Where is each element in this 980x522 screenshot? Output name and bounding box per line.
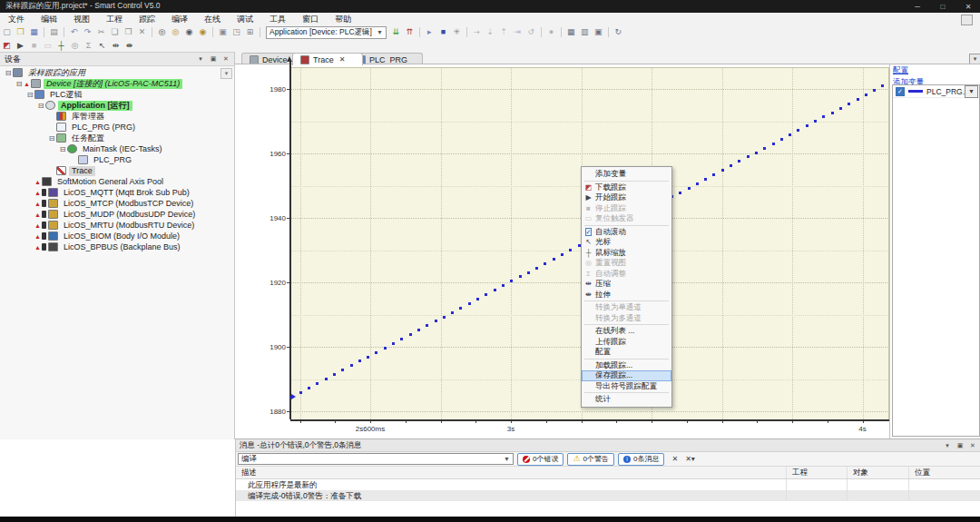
mouse-zoom-icon[interactable]: ◎ [68, 40, 82, 52]
logout-icon[interactable]: ⇈ [403, 26, 416, 38]
menu-online-list[interactable]: 在线列表 ... [582, 326, 671, 337]
errors-filter-button[interactable]: 0个错误 [517, 453, 564, 466]
new-file-icon[interactable]: ▢ [0, 26, 14, 38]
menu-load-trace[interactable]: 加载跟踪... [582, 360, 671, 371]
stop-trace-icon[interactable]: ■ [27, 40, 41, 52]
menu-configuration[interactable]: 配置 [582, 347, 671, 358]
message-row[interactable]: 此应用程序是最新的 [236, 479, 980, 490]
replace-icon[interactable]: ◉ [196, 26, 210, 38]
menu-auto-scroll[interactable]: ✓自动滚动 [582, 227, 671, 238]
column-header-4[interactable]: 位置 [915, 467, 930, 478]
menu-2[interactable]: 编辑 [33, 13, 65, 25]
tree-scroll-up-icon[interactable]: ▾ [220, 68, 232, 79]
tree-item-licos-biom[interactable]: ▲LicOS_BIOM (Body I/O Module) [0, 231, 234, 241]
tab-trace[interactable]: Trace✕ [292, 53, 363, 65]
minimize-button[interactable]: ─ [911, 3, 924, 11]
menu-7[interactable]: 在线 [196, 13, 229, 25]
expander-icon[interactable]: ⊟ [4, 69, 13, 77]
single-cycle-icon[interactable]: ✳ [450, 26, 464, 38]
delete-icon[interactable]: ✕ [135, 26, 149, 38]
expander-icon[interactable]: ⊟ [25, 91, 34, 99]
menu-cursor[interactable]: ↖光标 [582, 237, 671, 248]
tree-item-application[interactable]: ⊟Application [运行] [0, 100, 234, 111]
expander-icon[interactable]: ⊟ [47, 134, 56, 143]
messages-filter-button[interactable]: i 0条消息 [618, 453, 664, 466]
panel-dropdown-icon[interactable]: ▾ [196, 55, 205, 63]
download-trace-icon[interactable]: ◩ [0, 40, 14, 52]
reset-icon[interactable]: ↺ [524, 26, 538, 38]
copy-icon[interactable]: ❏ [108, 26, 122, 38]
menubar-extra-icon[interactable] [961, 15, 973, 25]
tree-item-task-config[interactable]: ⊟任务配置 [0, 133, 234, 143]
panel-close-icon[interactable]: ✕ [221, 55, 230, 63]
login-icon[interactable]: ⇊ [389, 26, 403, 38]
application-selector[interactable]: Application [Device: PLC逻辑]▼ [266, 26, 387, 39]
tree-item-licos-mqtt[interactable]: ▲LicOS_MQTT (Mqtt Brok Sub Pub) [0, 187, 234, 198]
run-to-cursor-icon[interactable]: ⇥ [511, 26, 524, 38]
simulation-icon[interactable]: ▣ [592, 26, 605, 38]
expander-icon[interactable]: ⊟ [15, 80, 24, 88]
menu-start-trace[interactable]: ▶开始跟踪 [582, 192, 671, 203]
find-in-project-icon[interactable]: ◉ [182, 26, 196, 38]
tree-item-device[interactable]: ⊟▲Device [连接的] (LicOS-PAC-MC511) [0, 78, 234, 89]
cut-icon[interactable]: ✂ [94, 26, 108, 38]
tree-item-plc-prg[interactable]: PLC_PRG (PRG) [0, 122, 234, 133]
menu-add-variable[interactable]: 添加变量 [582, 169, 671, 180]
panel-close-icon[interactable]: ✕ [968, 442, 977, 449]
maximize-button[interactable]: □ [936, 3, 949, 11]
start-icon[interactable]: ▸ [423, 26, 436, 38]
online-config-icon[interactable]: ▦ [564, 26, 578, 38]
expander-icon[interactable]: ⊟ [58, 145, 67, 153]
menu-4[interactable]: 工程 [98, 13, 131, 25]
panel-pin-icon[interactable]: ▣ [956, 442, 965, 449]
step-into-icon[interactable]: ⇣ [484, 26, 497, 38]
panel-pin-icon[interactable]: ▣ [209, 55, 218, 63]
tree-item-library-manager[interactable]: 库管理器 [0, 111, 234, 122]
menu-10[interactable]: 窗口 [294, 13, 327, 25]
expander-icon[interactable]: ⊟ [36, 102, 45, 110]
tree-item-trace[interactable]: Trace [0, 165, 234, 176]
clear-messages-icon[interactable]: ✕ [671, 455, 678, 463]
undo-icon[interactable]: ↶ [67, 26, 81, 38]
trace-config-link[interactable]: 配置 [893, 65, 980, 76]
tab-close-icon[interactable]: ✕ [339, 55, 346, 64]
menu-8[interactable]: 调试 [229, 13, 261, 25]
tree-item-maintask[interactable]: ⊟MainTask (IEC-Tasks) [0, 143, 234, 154]
step-out-icon[interactable]: ⇡ [497, 26, 511, 38]
project-settings-icon[interactable]: ⊞ [243, 26, 257, 38]
compress-icon[interactable]: ⇹ [109, 40, 122, 52]
reset-trigger-icon[interactable]: ▭ [41, 40, 54, 52]
menu-5[interactable]: 跟踪 [131, 13, 163, 25]
menu-export-symbolic-trace-config[interactable]: 导出符号跟踪配置 [582, 381, 671, 392]
menu-statistics[interactable]: 统计 [582, 394, 671, 405]
column-header-2[interactable]: 工程 [792, 467, 808, 478]
column-header-1[interactable]: 描述 [241, 467, 257, 478]
tree-item-softmotion-axis-pool[interactable]: ▲SoftMotion General Axis Pool [0, 176, 234, 187]
variable-dropdown-icon[interactable]: ▼ [965, 85, 978, 98]
variable-checkbox[interactable]: ✓ [896, 87, 905, 96]
message-category-dropdown[interactable]: 编译 ▼ [238, 453, 514, 465]
compile-icon[interactable]: ▣ [216, 26, 230, 38]
tree-item-maintask-plc-prg[interactable]: PLC_PRG [0, 154, 234, 165]
auto-fit-icon[interactable]: Σ [82, 40, 95, 52]
close-button[interactable]: ✕ [962, 3, 975, 11]
print-icon[interactable]: ▤ [47, 26, 61, 38]
panel-dropdown-icon[interactable]: ▾ [943, 442, 952, 449]
monitoring-icon[interactable]: ▥ [578, 26, 592, 38]
stop-icon[interactable]: ■ [436, 26, 450, 38]
select-arrow-icon[interactable]: ↖ [95, 40, 109, 52]
tree-item-licos-mrtu[interactable]: ▲LicOS_MRTU (ModbusRTU Device) [0, 220, 234, 231]
open-project-icon[interactable]: ❒ [14, 26, 27, 38]
delete-all-messages-icon[interactable]: ✕▾ [685, 455, 695, 463]
tree-item-plc-logic[interactable]: ⊟PLC逻辑 [0, 89, 234, 100]
find-next-icon[interactable]: ◎ [169, 26, 182, 38]
menu-3[interactable]: 视图 [65, 13, 98, 25]
tree-item-licos-mudp[interactable]: ▲LicOS_MUDP (ModbusUDP Device) [0, 209, 234, 220]
menu-stretch[interactable]: ⇼拉伸 [582, 290, 671, 300]
start-trace-icon[interactable]: ▶ [14, 40, 27, 52]
stretch-icon[interactable]: ⇼ [122, 40, 136, 52]
refresh-icon[interactable]: ↻ [612, 26, 625, 38]
menu-mouse-zoom[interactable]: ┼鼠标缩放 [582, 248, 671, 259]
menu-save-trace[interactable]: 保存跟踪... [582, 370, 671, 381]
trace-cursor-icon[interactable]: ┼ [54, 40, 68, 52]
